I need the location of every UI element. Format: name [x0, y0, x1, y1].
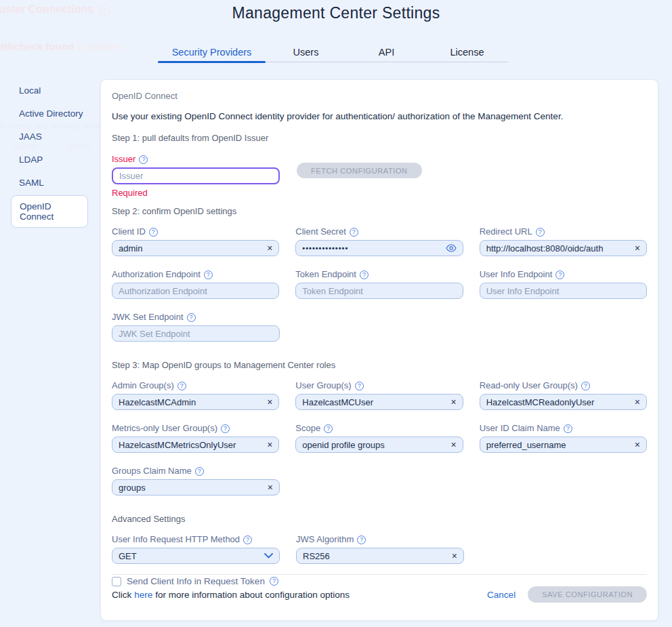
- here-link[interactable]: here: [134, 590, 152, 600]
- client-id-input[interactable]: [119, 243, 263, 254]
- client-id-field: Client ID ? ×: [112, 227, 279, 256]
- admin-groups-input[interactable]: [119, 397, 263, 407]
- clear-icon[interactable]: ×: [635, 397, 640, 407]
- save-configuration-button[interactable]: SAVE CONFIGURATION: [528, 586, 647, 603]
- user-info-request-http-method-field: User Info Request HTTP Method ? GET: [112, 535, 280, 564]
- label-text: Client ID: [112, 227, 146, 237]
- sidebar-item-saml[interactable]: SAML: [0, 171, 100, 194]
- issuer-field: Issuer ? Required: [112, 155, 280, 198]
- step3-title: Step 3: Map OpenID groups to Management …: [112, 360, 647, 370]
- clear-icon[interactable]: ×: [267, 397, 272, 407]
- client-secret-input-box: [295, 240, 463, 256]
- help-icon[interactable]: ?: [581, 382, 590, 390]
- label-text: Scope: [295, 424, 320, 433]
- client-secret-input[interactable]: [302, 244, 441, 252]
- panel-heading: OpenID Connect: [112, 91, 647, 101]
- help-icon[interactable]: ?: [357, 535, 366, 544]
- help-icon[interactable]: ?: [149, 228, 158, 237]
- user-info-endpoint-label: User Info Endpoint ?: [480, 270, 647, 279]
- clear-icon[interactable]: ×: [635, 440, 640, 449]
- authorization-endpoint-input[interactable]: [119, 286, 272, 296]
- issuer-required-error: Required: [112, 188, 280, 198]
- footer-info-suffix: for more information about configuration…: [155, 590, 350, 600]
- label-text: Authorization Endpoint: [112, 270, 201, 279]
- panel-footer: Click here for more information about co…: [112, 574, 647, 614]
- help-icon[interactable]: ?: [204, 270, 213, 279]
- label-text: User ID Claim Name: [480, 424, 560, 433]
- clear-icon[interactable]: ×: [268, 483, 273, 492]
- issuer-input[interactable]: [119, 171, 272, 181]
- user-info-endpoint-input[interactable]: [486, 286, 640, 296]
- label-text: Token Endpoint: [295, 270, 356, 279]
- scope-input[interactable]: [302, 440, 446, 450]
- help-icon[interactable]: ?: [195, 467, 204, 476]
- label-text: Read-only User Group(s): [480, 381, 578, 390]
- sidebar-item-active-directory[interactable]: Active Directory: [0, 102, 100, 125]
- user-info-request-http-method-select[interactable]: GET: [112, 548, 280, 564]
- advanced-settings-title: Advanced Settings: [112, 514, 647, 524]
- label-text: Groups Claim Name: [112, 466, 192, 476]
- tab-license[interactable]: License: [427, 42, 507, 62]
- tab-security-providers[interactable]: Security Providers: [158, 42, 266, 62]
- help-icon[interactable]: ?: [187, 313, 196, 322]
- help-icon[interactable]: ?: [555, 270, 564, 279]
- help-icon[interactable]: ?: [221, 424, 230, 433]
- clear-icon[interactable]: ×: [452, 551, 457, 561]
- user-id-claim-name-input-box: ×: [480, 437, 647, 453]
- groups-claim-name-input[interactable]: [119, 483, 264, 493]
- metrics-only-user-groups-input[interactable]: [119, 440, 263, 450]
- admin-groups-label: Admin Group(s) ?: [112, 381, 279, 390]
- help-icon[interactable]: ?: [536, 228, 545, 237]
- jws-algorithm-input-box: ×: [296, 548, 464, 564]
- clear-icon[interactable]: ×: [267, 243, 272, 253]
- token-endpoint-input[interactable]: [302, 286, 456, 296]
- admin-groups-field: Admin Group(s) ? ×: [112, 381, 279, 410]
- scope-label: Scope ?: [295, 424, 463, 433]
- sidebar-item-openid-connect[interactable]: OpenID Connect: [11, 195, 88, 228]
- help-icon[interactable]: ?: [243, 535, 252, 544]
- label-text: Redirect URL: [480, 227, 532, 237]
- user-id-claim-name-input[interactable]: [486, 440, 631, 450]
- client-id-label: Client ID ?: [112, 227, 279, 237]
- help-icon[interactable]: ?: [139, 155, 148, 164]
- clear-icon[interactable]: ×: [450, 440, 456, 449]
- jws-algorithm-input[interactable]: [303, 551, 448, 561]
- scope-input-box: ×: [295, 437, 463, 453]
- sidebar-item-local[interactable]: Local: [0, 79, 100, 102]
- footer-info-prefix: Click: [112, 590, 131, 600]
- fetch-configuration-button[interactable]: FETCH CONFIGURATION: [297, 163, 422, 178]
- groups-claim-name-field: Groups Claim Name ? ×: [112, 466, 280, 495]
- label-text: Client Secret: [295, 227, 345, 237]
- tab-api[interactable]: API: [346, 42, 427, 62]
- readonly-user-groups-input[interactable]: [486, 397, 631, 407]
- eye-icon[interactable]: [446, 244, 457, 252]
- redirect-url-input[interactable]: [486, 243, 631, 254]
- help-icon[interactable]: ?: [177, 382, 186, 390]
- help-icon[interactable]: ?: [564, 424, 572, 433]
- help-icon[interactable]: ?: [360, 270, 369, 279]
- sidebar-item-ldap[interactable]: LDAP: [0, 148, 100, 171]
- help-icon[interactable]: ?: [324, 424, 333, 433]
- jwk-set-endpoint-input[interactable]: [119, 329, 273, 339]
- background-text: 1 problem: [77, 41, 122, 52]
- label-text: User Group(s): [295, 381, 351, 390]
- footer-info: Click here for more information about co…: [112, 590, 350, 600]
- help-icon[interactable]: ?: [355, 382, 364, 390]
- clear-icon[interactable]: ×: [450, 397, 456, 407]
- clear-icon[interactable]: ×: [267, 440, 272, 449]
- jwk-set-endpoint-input-box: [112, 325, 280, 342]
- cancel-button[interactable]: Cancel: [487, 590, 516, 600]
- label-text: User Info Endpoint: [480, 270, 553, 279]
- sidebar-item-jaas[interactable]: JAAS: [0, 125, 100, 148]
- user-groups-label: User Group(s) ?: [295, 381, 463, 390]
- groups-claim-name-label: Groups Claim Name ?: [112, 466, 280, 476]
- step2-title: Step 2: confirm OpenID settings: [112, 206, 647, 216]
- help-icon[interactable]: ?: [350, 228, 358, 237]
- step1-title: Step 1: pull defaults from OpenID Issuer: [112, 133, 647, 143]
- tab-users[interactable]: Users: [266, 42, 346, 62]
- jwk-set-endpoint-field: JWK Set Endpoint ?: [112, 312, 280, 342]
- authorization-endpoint-field: Authorization Endpoint ?: [112, 270, 279, 299]
- user-id-claim-name-field: User ID Claim Name ? ×: [480, 424, 647, 453]
- user-groups-input[interactable]: [302, 397, 446, 407]
- clear-icon[interactable]: ×: [635, 243, 640, 253]
